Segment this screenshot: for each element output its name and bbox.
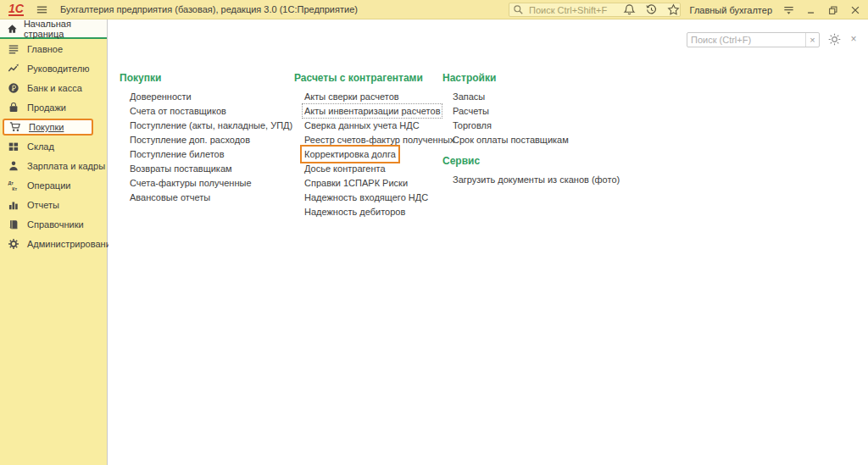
section-header-nastroyki[interactable]: Настройки (442, 72, 620, 84)
menu-item-akty-inventarizacii-raschetov[interactable]: Акты инвентаризации расчетов (304, 106, 440, 116)
sidebar-item-label: Продажи (27, 102, 66, 113)
section-pokupki: Покупки Доверенности Счета от поставщико… (120, 72, 292, 207)
sidebar-item-operacii[interactable]: ДтКт Операции (0, 175, 107, 195)
minimize-icon (805, 4, 817, 16)
menu-item-zapasy[interactable]: Запасы (453, 91, 485, 102)
restore-button[interactable] (826, 3, 840, 17)
menu-lines-icon (7, 42, 20, 56)
app-title: Бухгалтерия предприятия (базовая), редак… (60, 4, 358, 14)
sidebar: Начальная страница Главное Руководителю … (0, 19, 108, 465)
sidebar-item-label: Начальная страница (24, 19, 107, 39)
minimize-button[interactable] (804, 3, 818, 17)
gear-icon (7, 237, 20, 251)
menu-item-akty-sverki-raschetov[interactable]: Акты сверки расчетов (304, 91, 399, 102)
notifications-button[interactable] (622, 3, 637, 17)
panel-search-box[interactable]: × (687, 32, 820, 47)
sidebar-item-glavnoe[interactable]: Главное (0, 39, 107, 58)
clear-search-icon[interactable]: × (805, 33, 819, 47)
gear-outline-icon (827, 32, 842, 47)
sidebar-item-label: Банк и касса (27, 83, 82, 93)
grid-icon (7, 140, 20, 153)
sidebar-item-bank-i-kassa[interactable]: Банк и касса (0, 78, 107, 97)
search-icon (513, 4, 524, 15)
sidebar-item-pokupki[interactable]: Покупки (3, 119, 93, 136)
person-icon (7, 159, 20, 173)
menu-item-zagruzit-dokumenty-iz-skanov[interactable]: Загрузить документы из сканов (фото) (453, 174, 620, 185)
panel-close-icon[interactable]: × (848, 33, 860, 45)
section-raschety-s-kontragentami: Расчеты с контрагентами Акты сверки расч… (294, 72, 454, 221)
menu-item-nadezhnost-debitorov[interactable]: Надежность дебиторов (304, 207, 405, 217)
menu-item-torgovlya[interactable]: Торговля (453, 120, 492, 130)
sidebar-item-label: Главное (27, 44, 63, 54)
titlebar: 1С Бухгалтерия предприятия (базовая), ре… (0, 0, 868, 19)
star-icon (667, 3, 680, 16)
cart-icon (8, 120, 22, 134)
section-nastroyki-servis: Настройки Запасы Расчеты Торговля Срок о… (442, 72, 620, 189)
trend-chart-icon (7, 62, 20, 75)
sidebar-item-sklad[interactable]: Склад (0, 136, 107, 156)
sidebar-item-label: Руководителю (27, 64, 89, 74)
svg-text:Кт: Кт (12, 185, 17, 191)
menu-item-srok-oplaty-postavshchikam[interactable]: Срок оплаты поставщикам (453, 135, 569, 145)
close-button[interactable] (848, 3, 862, 17)
ruble-coin-icon (7, 81, 20, 95)
sidebar-item-administrirovanie[interactable]: Администрирование (0, 234, 107, 253)
user-role-label[interactable]: Главный бухгалтер (690, 5, 772, 15)
sidebar-item-rukovoditelyu[interactable]: Руководителю (0, 58, 107, 78)
1c-logo: 1С (8, 3, 24, 16)
sidebar-item-home[interactable]: Начальная страница (0, 19, 107, 39)
hamburger-icon (36, 3, 48, 16)
section-header-raschety[interactable]: Расчеты с контрагентами (294, 72, 454, 84)
menu-item-avansovye-otchety[interactable]: Авансовые отчеты (130, 192, 210, 202)
panel-settings-button[interactable] (827, 32, 843, 47)
panel-menu-icon (782, 3, 795, 16)
menu-item-spravki-1spark-riski[interactable]: Справки 1СПАРК Риски (304, 178, 408, 188)
sidebar-item-label: Склад (27, 141, 54, 152)
sidebar-item-label: Отчеты (27, 200, 59, 210)
section-header-pokupki[interactable]: Покупки (120, 72, 292, 84)
bag-icon (7, 101, 20, 114)
menu-item-doverennosti[interactable]: Доверенности (130, 91, 192, 102)
sidebar-item-zarplata-i-kadry[interactable]: Зарплата и кадры (0, 156, 107, 175)
functions-menu-button[interactable] (782, 3, 796, 17)
main-menu-button[interactable] (36, 3, 49, 16)
home-icon (7, 23, 18, 35)
book-icon (7, 218, 20, 231)
svg-text:Дт: Дт (8, 180, 14, 185)
history-button[interactable] (644, 3, 659, 17)
sidebar-item-label: Администрирование (27, 239, 116, 249)
restore-icon (827, 4, 839, 16)
menu-item-korrektirovka-dolga[interactable]: Корректировка долга (304, 149, 396, 159)
sidebar-item-spravochniki[interactable]: Справочники (0, 214, 107, 234)
menu-item-scheta-faktury-poluchennye[interactable]: Счета-фактуры полученные (130, 178, 252, 188)
sidebar-nav-list: Главное Руководителю Банк и касса Продаж… (0, 39, 107, 253)
menu-item-raschety[interactable]: Расчеты (453, 106, 489, 116)
sidebar-item-prodazhi[interactable]: Продажи (0, 97, 107, 117)
titlebar-right-group: Главный бухгалтер (622, 0, 862, 19)
section-header-servis[interactable]: Сервис (442, 155, 620, 167)
favorites-button[interactable] (666, 3, 681, 17)
menu-item-reestr-schetov-faktur[interactable]: Реестр счетов-фактур полученных (304, 135, 454, 145)
sidebar-item-label: Справочники (27, 219, 84, 230)
bar-chart-icon (7, 198, 20, 212)
menu-item-postuplenie-akty-nakladnye[interactable]: Поступление (акты, накладные, УПД) (130, 120, 292, 130)
bell-icon (623, 3, 636, 16)
dt-kt-icon: ДтКт (7, 179, 20, 192)
panel-search-input[interactable] (687, 33, 805, 47)
menu-item-postuplenie-biletov[interactable]: Поступление билетов (130, 149, 225, 159)
menu-item-nadezhnost-vhodyashchego-nds[interactable]: Надежность входящего НДС (304, 192, 428, 202)
sidebar-item-otchety[interactable]: Отчеты (0, 195, 107, 214)
menu-item-postuplenie-dop-rashodov[interactable]: Поступление доп. расходов (130, 135, 250, 145)
main-panel: × × Покупки Доверенности Счета от постав… (108, 19, 868, 465)
sidebar-item-label: Зарплата и кадры (27, 161, 105, 171)
history-icon (645, 3, 658, 16)
menu-item-sverka-dannyh-ucheta-nds[interactable]: Сверка данных учета НДС (304, 120, 420, 130)
menu-item-dosje-kontragenta[interactable]: Досье контрагента (304, 163, 386, 174)
menu-item-scheta-ot-postavshchikov[interactable]: Счета от поставщиков (130, 106, 226, 116)
sidebar-item-label: Покупки (29, 122, 64, 132)
menu-item-vozvraty-postavshchikam[interactable]: Возвраты поставщикам (130, 163, 232, 174)
close-icon (849, 4, 861, 16)
sidebar-item-label: Операции (27, 180, 70, 191)
